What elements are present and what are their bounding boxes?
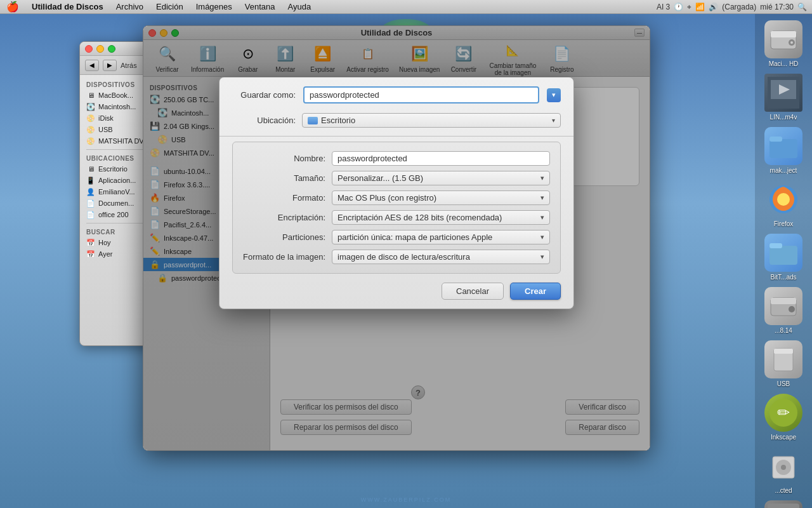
finder-emiliano-icon: 👤 <box>86 187 95 196</box>
dialog-overlay: Guardar como: ▾ Ubicación: Escritorio ▾ <box>143 26 650 450</box>
expand-arrow-icon: ▾ <box>552 91 556 99</box>
finder-macbook-label: MacBook... <box>98 91 133 99</box>
menubar-clock: mié 17:30 <box>760 3 794 11</box>
menu-edicion[interactable]: Edición <box>150 1 190 13</box>
tamano-row: Tamaño: Personalizar... (1.5 GB) ▾ <box>233 168 560 188</box>
menubar-items: Utilidad de Discos Archivo Edición Imáge… <box>25 1 317 13</box>
svg-rect-11 <box>769 246 797 265</box>
finder-close-button[interactable] <box>85 45 93 53</box>
desktop-icon-inkscape[interactable]: ✏ Inkscape <box>760 394 808 441</box>
finder-escritorio-label: Escritorio <box>98 165 128 173</box>
desktop-icon-video[interactable]: LIN...m4v <box>760 74 808 121</box>
menu-imagenes[interactable]: Imágenes <box>190 1 239 13</box>
finder-maximize-button[interactable] <box>108 45 115 53</box>
menu-archivo[interactable]: Archivo <box>110 1 150 13</box>
encriptacion-value: Encriptación AES de 128 bits (recomendad… <box>337 213 502 222</box>
desktop-icon-project-label: mak...ject <box>770 167 797 174</box>
desktop-icon-music[interactable]: ♪ pru...mp3 <box>760 500 808 508</box>
tamano-dropdown[interactable]: Personalizar... (1.5 GB) ▾ <box>332 171 550 185</box>
tamano-label: Tamaño: <box>243 173 325 183</box>
formato-imagen-arrow-icon: ▾ <box>540 253 544 261</box>
formato-imagen-row: Formato de la imagen: imagen de disco de… <box>233 247 560 267</box>
finder-hoy-label: Hoy <box>98 239 111 246</box>
finder-forward-button[interactable]: ▶ <box>103 60 117 71</box>
finder-hoy-icon: 📅 <box>86 238 95 247</box>
desktop-icon-firefox[interactable]: Firefox <box>760 180 808 227</box>
desktop-icon-folder[interactable]: BitT...ads <box>760 234 808 281</box>
formato-arrow-icon: ▾ <box>540 194 544 202</box>
nombre-label: Nombre: <box>243 154 325 163</box>
watermark: WWW.ZAUBERPILZ.COM <box>361 497 452 503</box>
menubar-bluetooth-icon: ⌖ <box>687 3 691 11</box>
nombre-row: Nombre: <box>233 149 560 168</box>
svg-text:✏: ✏ <box>777 404 790 421</box>
desktop-icon-inkscape-label: Inkscape <box>771 434 796 441</box>
menubar-search-icon[interactable]: 🔍 <box>797 3 807 11</box>
desktop-icon-folder-label: BitT...ads <box>770 274 796 281</box>
finder-usb-icon: 📀 <box>86 125 95 134</box>
location-dropdown[interactable]: Escritorio ▾ <box>302 113 561 128</box>
finder-macbook-icon: 🖥 <box>86 91 95 100</box>
finder-macintosh-label: Macintosh... <box>98 103 136 110</box>
right-panel: Maci... HD LIN...m4v mak...ject <box>755 14 812 508</box>
menu-ayuda[interactable]: Ayuda <box>282 1 318 13</box>
desktop-icon-disk814[interactable]: ...8.14 <box>760 287 808 334</box>
save-as-label: Guardar como: <box>232 90 296 100</box>
desktop-icon-firefox-label: Firefox <box>774 220 794 227</box>
svg-point-10 <box>777 193 790 206</box>
formato-value: Mac OS Plus (con registro) <box>337 193 436 203</box>
encriptacion-arrow-icon: ▾ <box>540 213 544 222</box>
encriptacion-row: Encriptación: Encriptación AES de 128 bi… <box>233 208 560 227</box>
dialog-inner-form: Nombre: Tamaño: Personalizar... (1.5 GB)… <box>232 142 561 274</box>
finder-minimize-button[interactable] <box>96 45 104 53</box>
finder-matshita-icon: 📀 <box>86 137 95 145</box>
menu-ventana[interactable]: Ventana <box>239 1 282 13</box>
finder-aplicaciones-label: Aplicacion... <box>98 177 136 184</box>
svg-rect-8 <box>769 137 782 142</box>
cancel-button[interactable]: Cancelar <box>442 283 504 300</box>
menu-app[interactable]: Utilidad de Discos <box>25 1 110 13</box>
desktop: 🍎 Utilidad de Discos Archivo Edición Imá… <box>0 0 812 508</box>
desktop-icon-hd-label: Maci... HD <box>769 60 799 67</box>
svg-point-3 <box>790 41 793 44</box>
finder-idisk-icon: 📀 <box>86 114 95 123</box>
svg-rect-23 <box>768 504 799 508</box>
create-button[interactable]: Crear <box>510 283 561 300</box>
apple-menu[interactable]: 🍎 <box>0 1 25 13</box>
location-label: Ubicación: <box>232 116 296 125</box>
finder-aplicaciones-icon: 📱 <box>86 176 95 185</box>
finder-office-label: office 200 <box>98 211 129 218</box>
finder-back-label: Atrás <box>121 62 137 69</box>
desktop-icon-cted[interactable]: ...cted <box>760 447 808 494</box>
formato-imagen-label: Formato de la imagen: <box>243 252 325 262</box>
formato-imagen-dropdown[interactable]: imagen de disco de lectura/escritura ▾ <box>332 250 550 264</box>
menubar-wifi-icon: 📶 <box>695 3 705 11</box>
finder-back-button[interactable]: ◀ <box>85 60 99 71</box>
save-expand-button[interactable]: ▾ <box>547 88 561 102</box>
svg-rect-12 <box>769 243 782 248</box>
finder-macintosh-icon: 💽 <box>86 102 95 111</box>
nombre-input[interactable] <box>332 151 550 166</box>
formato-row: Formato: Mac OS Plus (con registro) ▾ <box>233 188 560 208</box>
svg-rect-14 <box>771 298 796 304</box>
location-row: Ubicación: Escritorio ▾ <box>219 110 573 131</box>
hd-icon <box>764 20 802 58</box>
menubar-battery: (Cargada) <box>722 3 756 11</box>
particiones-dropdown[interactable]: partición única: mapa de particiones App… <box>332 230 550 244</box>
formato-dropdown[interactable]: Mac OS Plus (con registro) ▾ <box>332 190 550 205</box>
encriptacion-dropdown[interactable]: Encriptación AES de 128 bits (recomendad… <box>332 210 550 225</box>
finder-idisk-label: iDisk <box>98 114 114 122</box>
firefox-icon <box>764 180 802 218</box>
formato-label: Formato: <box>243 193 325 203</box>
finder-emiliano-label: EmilianoV... <box>98 188 135 196</box>
particiones-label: Particiones: <box>243 232 325 242</box>
desktop-icon-usb[interactable]: USB <box>760 340 808 387</box>
save-as-input[interactable] <box>303 86 539 104</box>
desktop-icon-project[interactable]: mak...ject <box>760 127 808 174</box>
svg-rect-17 <box>774 349 793 354</box>
tamano-value: Personalizar... (1.5 GB) <box>337 173 423 183</box>
desktop-icon-hd[interactable]: Maci... HD <box>760 20 808 67</box>
location-dropdown-arrow: ▾ <box>552 117 555 124</box>
particiones-arrow-icon: ▾ <box>540 233 544 241</box>
finder-escritorio-icon: 🖥 <box>86 164 95 173</box>
